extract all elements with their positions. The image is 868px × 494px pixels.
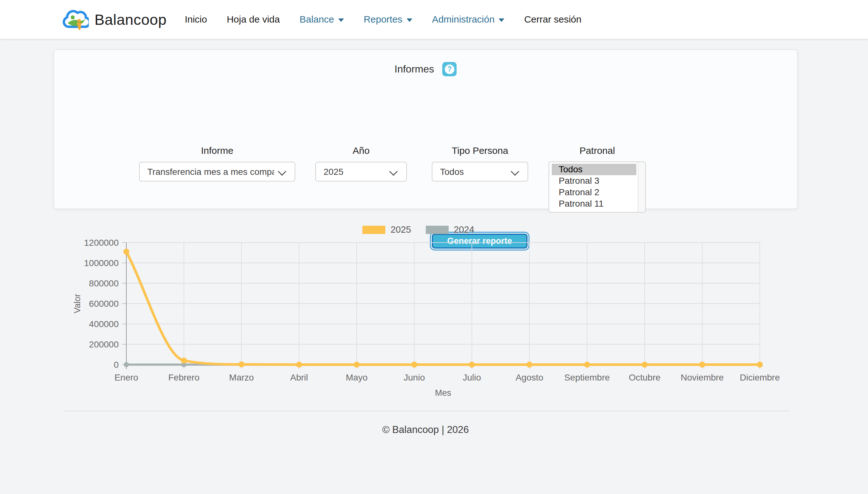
- svg-text:Abril: Abril: [290, 373, 308, 382]
- cloud-logo-icon: [62, 5, 89, 33]
- svg-text:600000: 600000: [89, 299, 119, 309]
- tipo-persona-label: Tipo Persona: [432, 145, 528, 156]
- patronal-label: Patronal: [548, 145, 646, 156]
- nav-item-hoja-de-vida[interactable]: Hoja de vida: [217, 0, 290, 39]
- informe-select[interactable]: Transferencia mes a mes comparado: [139, 162, 295, 182]
- legend-swatch-2024: [426, 226, 449, 234]
- legend-item-2025[interactable]: 2025: [362, 224, 411, 235]
- anio-select[interactable]: 2025: [315, 162, 407, 182]
- nav-links: Inicio Hoja de vida Balance Reportes Adm…: [175, 0, 592, 39]
- svg-text:Junio: Junio: [404, 373, 425, 382]
- nav-item-balance[interactable]: Balance: [290, 0, 354, 39]
- nav-item-administracion[interactable]: Administración: [422, 0, 514, 39]
- svg-text:Agosto: Agosto: [516, 373, 543, 382]
- chart-legend: 2025 2024: [73, 224, 764, 235]
- patronal-option-3[interactable]: Patronal 3: [552, 175, 636, 187]
- legend-label-2024: 2024: [454, 224, 474, 235]
- svg-text:0: 0: [113, 360, 119, 370]
- patronal-option-todos[interactable]: Todos: [552, 164, 636, 175]
- question-mark-icon: ?: [445, 64, 454, 74]
- tipo-persona-select[interactable]: Todos: [432, 162, 528, 182]
- anio-label: Año: [315, 145, 407, 156]
- svg-text:Septiembre: Septiembre: [564, 373, 610, 382]
- patronal-option-11[interactable]: Patronal 11: [552, 198, 636, 209]
- svg-text:400000: 400000: [89, 319, 119, 329]
- legend-item-2024[interactable]: 2024: [426, 224, 474, 235]
- svg-text:Febrero: Febrero: [168, 373, 199, 382]
- svg-text:Marzo: Marzo: [229, 373, 254, 382]
- svg-text:Mayo: Mayo: [346, 373, 367, 382]
- legend-swatch-2025: [362, 226, 385, 234]
- svg-text:Valor: Valor: [73, 294, 82, 313]
- informe-label: Informe: [139, 145, 295, 156]
- svg-text:1200000: 1200000: [84, 238, 119, 248]
- patronal-listbox[interactable]: Todos Patronal 3 Patronal 2 Patronal 11: [548, 162, 646, 213]
- panel-title-row: Informes ?: [54, 62, 797, 76]
- caret-down-icon: [406, 18, 412, 22]
- svg-text:Mes: Mes: [435, 388, 451, 398]
- generar-reporte-button[interactable]: Generar reporte: [432, 234, 527, 249]
- footer-divider: [64, 411, 789, 411]
- svg-text:200000: 200000: [89, 340, 119, 349]
- caret-down-icon: [338, 18, 344, 22]
- nav-item-cerrar-sesion[interactable]: Cerrar sesión: [514, 0, 591, 39]
- svg-text:Enero: Enero: [114, 373, 139, 382]
- help-button[interactable]: ?: [442, 62, 457, 76]
- navbar: Balancoop Inicio Hoja de vida Balance Re…: [0, 0, 868, 39]
- svg-text:1000000: 1000000: [84, 258, 119, 268]
- brand-logo[interactable]: Balancoop: [62, 5, 167, 33]
- page-title: Informes: [395, 63, 434, 75]
- nav-item-reportes[interactable]: Reportes: [354, 0, 422, 39]
- informes-panel: Informes ? Informe Año Tipo Persona Patr…: [53, 49, 798, 209]
- svg-text:Octubre: Octubre: [629, 373, 661, 382]
- footer-text: © Balancoop | 2026: [53, 424, 798, 436]
- patronal-option-2[interactable]: Patronal 2: [552, 187, 636, 198]
- patronal-options: Todos Patronal 3 Patronal 2 Patronal 11: [549, 162, 638, 212]
- caret-down-icon: [499, 18, 504, 22]
- brand-name: Balancoop: [94, 11, 167, 28]
- svg-text:Noviembre: Noviembre: [681, 373, 724, 382]
- svg-text:Diciembre: Diciembre: [740, 373, 780, 382]
- svg-text:Julio: Julio: [463, 373, 481, 382]
- svg-text:800000: 800000: [89, 279, 119, 288]
- legend-label-2025: 2025: [391, 224, 411, 235]
- listbox-scrollbar[interactable]: [638, 162, 645, 212]
- nav-item-inicio[interactable]: Inicio: [175, 0, 217, 39]
